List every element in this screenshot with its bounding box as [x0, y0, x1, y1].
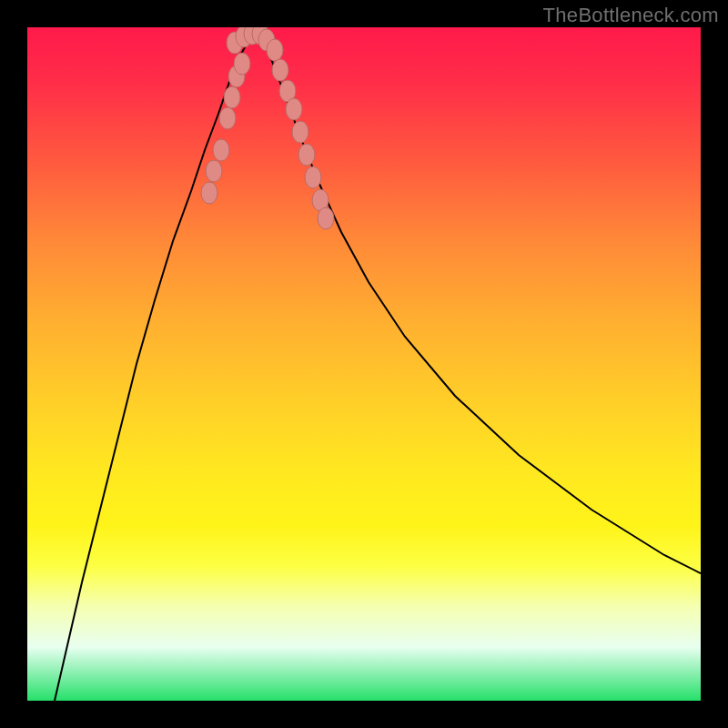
- right-dot-cluster-point: [272, 59, 288, 81]
- left-dot-cluster-point: [219, 107, 236, 129]
- right-curve: [259, 32, 701, 573]
- curve-group: [55, 32, 701, 701]
- right-dot-cluster-point: [318, 207, 334, 229]
- right-dot-cluster-point: [305, 167, 321, 188]
- dot-group: [201, 27, 334, 229]
- right-dot-cluster-point: [286, 98, 302, 120]
- left-dot-cluster-point: [234, 53, 250, 75]
- chart-plot-area: [27, 27, 701, 701]
- watermark-text: TheBottleneck.com: [543, 4, 719, 27]
- chart-svg: [27, 27, 701, 701]
- left-dot-cluster-point: [201, 182, 217, 204]
- left-dot-cluster-point: [224, 86, 240, 108]
- chart-frame: TheBottleneck.com: [0, 0, 728, 728]
- left-dot-cluster-point: [213, 139, 229, 161]
- right-dot-cluster-point: [292, 121, 308, 143]
- bottom-dot-cluster-point: [267, 39, 283, 61]
- left-dot-cluster-point: [206, 160, 222, 182]
- right-dot-cluster-point: [298, 144, 315, 166]
- left-curve: [55, 32, 259, 701]
